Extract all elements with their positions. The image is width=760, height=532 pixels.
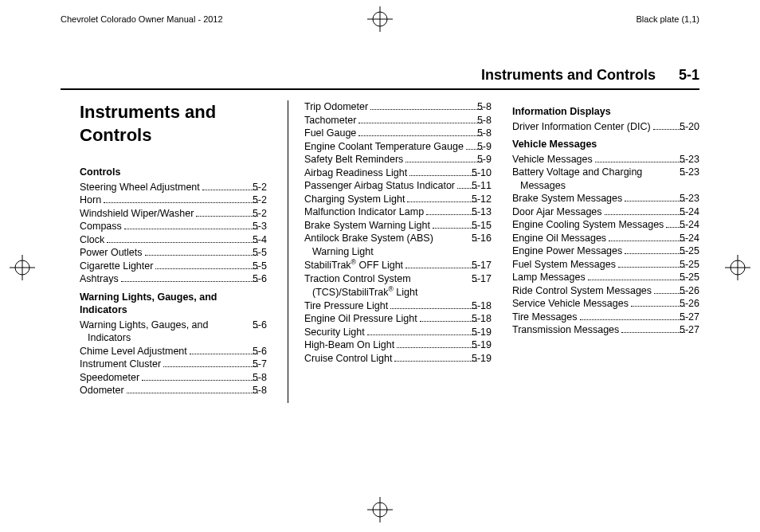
toc-entry-page: 5-13 [480, 205, 492, 219]
toc-group-heading: Vehicle Messages [512, 138, 699, 151]
toc-entry: Engine Power Messages5-25 [512, 244, 699, 258]
toc-leader-dots [127, 393, 258, 393]
registration-mark-left [10, 255, 35, 280]
running-head: Instruments and Controls 5-1 [61, 67, 699, 90]
toc-entry: Speedometer5-8 [80, 371, 267, 385]
toc-entry-page: 5-25 [688, 244, 699, 258]
toc-entry-page: 5-19 [480, 338, 492, 352]
toc-entry-label: Cigarette Lighter [88, 260, 153, 273]
toc-entry-page: 5-9 [485, 140, 492, 154]
toc-entry-label: Malfunction Indicator Lamp [312, 205, 424, 219]
toc-entry-page: 5-27 [688, 323, 699, 337]
toc-entry-label: Security Light [312, 326, 365, 339]
toc-entry-label: Windshield Wiper/Washer [88, 207, 194, 221]
toc-entry-label: Fuel System Messages [520, 258, 616, 272]
toc-entry: Tire Messages5-27 [512, 311, 699, 324]
toc-leader-dots [618, 267, 685, 268]
toc-entry-page: 5-24 [688, 232, 699, 245]
toc-entry-page: 5-2 [261, 207, 267, 221]
toc-entry: Power Outlets5-5 [80, 246, 267, 260]
toc-entry-page: 5-12 [480, 193, 492, 206]
running-head-title: Instruments and Controls [481, 67, 656, 84]
toc-entry-page: 5-8 [485, 114, 492, 127]
toc-entry-page: 5-26 [688, 297, 699, 311]
toc-entry: Cruise Control Light5-19 [304, 352, 492, 366]
toc-leader-dots [426, 214, 477, 215]
toc-entry: Trip Odometer5-8 [304, 100, 492, 114]
toc-entry: Tire Pressure Light5-18 [304, 299, 492, 313]
toc-entry-page: 5-8 [485, 100, 492, 114]
print-header: Chevrolet Colorado Owner Manual - 2012 B… [61, 14, 699, 24]
toc-entry-page: 5-24 [688, 205, 699, 219]
toc-entry: Steering Wheel Adjustment5-2 [80, 181, 267, 194]
toc-entry-label: Tachometer [312, 114, 356, 127]
toc-entry-label: Odometer [88, 384, 124, 397]
toc-group-heading: Controls [80, 166, 267, 179]
toc-column-3: Information DisplaysDriver Information C… [512, 100, 699, 403]
toc-entry: Ashtrays5-6 [80, 272, 267, 286]
toc-entry-label: Clock [88, 233, 104, 247]
toc-entry-page: 5-17 [480, 259, 492, 272]
toc-entry-page: 5-6 [261, 345, 267, 358]
toc-entry: Clock5-4 [80, 233, 267, 247]
toc-leader-dots [367, 334, 477, 335]
toc-entry-page: 5-4 [261, 233, 267, 247]
toc-leader-dots [605, 214, 685, 215]
toc-entry: Engine Oil Pressure Light5-18 [304, 312, 492, 326]
toc-leader-dots [407, 201, 477, 202]
toc-leader-dots [121, 281, 258, 282]
toc-entry-label: Engine Oil Pressure Light [312, 312, 417, 326]
toc-group-heading: Warning Lights, Gauges, and Indicators [80, 291, 267, 317]
toc-entry-label: Door Ajar Messages [520, 205, 602, 219]
toc-leader-dots [580, 319, 685, 320]
registration-mark-right [725, 255, 750, 280]
toc-entry-page: 5-27 [688, 311, 699, 324]
toc-leader-dots [394, 361, 477, 362]
toc-entry-page: 5-20 [688, 120, 699, 134]
page-title: Instruments and Controls [80, 100, 267, 147]
toc-entry-page: 5-11 [480, 179, 492, 193]
toc-entry-page: 5-23 [688, 166, 699, 179]
toc-entry-label: Trip Odometer [312, 100, 368, 114]
toc-entry-label: Ride Control System Messages [520, 284, 652, 298]
toc-entry-label: Brake System Warning Light [312, 219, 430, 233]
toc-entry: Driver Information Center (DIC)5-20 [512, 120, 699, 134]
toc-entry: Service Vehicle Messages5-26 [512, 297, 699, 311]
toc-entry: Battery Voltage and Charging Messages5-2… [512, 166, 699, 192]
toc-leader-dots [155, 268, 258, 269]
toc-entry: Engine Coolant Temperature Gauge5-9 [304, 140, 492, 154]
toc-entry-label: Speedometer [88, 371, 139, 385]
toc-entry-label: High-Beam On Light [312, 338, 394, 352]
toc-entry-label: Steering Wheel Adjustment [88, 181, 200, 194]
toc-leader-dots [358, 135, 483, 136]
toc-entry-page: 5-7 [261, 358, 267, 371]
toc-entry: Odometer5-8 [80, 384, 267, 397]
toc-leader-dots [190, 354, 258, 354]
toc-entry: Antilock Brake System (ABS) Warning Ligh… [304, 232, 492, 258]
toc-entry-page: 5-5 [261, 246, 267, 260]
manual-title: Chevrolet Colorado Owner Manual - 2012 [61, 14, 223, 24]
toc-entry-label: Brake System Messages [520, 192, 622, 205]
toc-entry-label: Compass [88, 220, 122, 233]
toc-entry: Compass5-3 [80, 220, 267, 233]
toc-entry-label: Engine Cooling System Messages [520, 218, 664, 232]
toc-leader-dots [390, 308, 477, 309]
toc-entry: Passenger Airbag Status Indicator5-11 [304, 179, 492, 193]
toc-leader-dots [163, 366, 258, 367]
toc-entry-label: Driver Information Center (DIC) [520, 120, 651, 134]
toc-entry-page: 5-8 [485, 127, 492, 140]
toc-entry-label: Safety Belt Reminders [312, 153, 403, 166]
toc-entry-label: Battery Voltage and Charging Messages [520, 166, 678, 192]
toc-entry-label: Ashtrays [88, 272, 119, 286]
toc-entry-page: 5-18 [480, 312, 492, 326]
toc-entry-label: Cruise Control Light [312, 352, 392, 366]
toc-entry: Brake System Messages5-23 [512, 192, 699, 205]
toc-entry-label: Warning Lights, Gauges, and Indicators [88, 319, 251, 345]
toc-leader-dots [433, 228, 477, 229]
toc-leader-dots [405, 268, 477, 268]
toc-entry: Engine Cooling System Messages5-24 [512, 218, 699, 232]
toc-entry-page: 5-25 [688, 271, 699, 284]
toc-entry-label: Engine Oil Messages [520, 232, 606, 245]
toc-entry-label: Tire Messages [520, 311, 578, 324]
toc-entry: Security Light5-19 [304, 326, 492, 339]
